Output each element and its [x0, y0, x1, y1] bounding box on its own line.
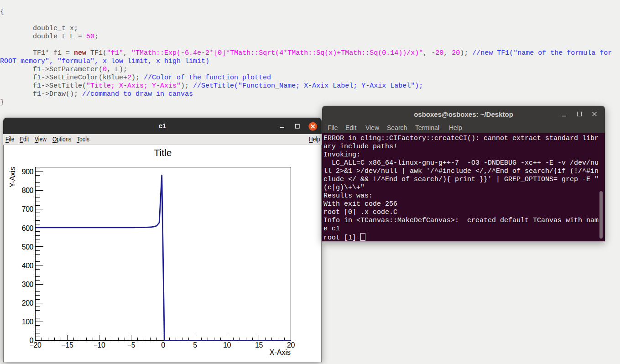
svg-text:−10: −10 [94, 341, 105, 349]
svg-text:100: 100 [22, 318, 34, 326]
svg-text:−5: −5 [127, 341, 135, 349]
svg-text:700: 700 [22, 205, 34, 213]
svg-text:10: 10 [223, 341, 231, 349]
svg-text:200: 200 [22, 299, 34, 307]
svg-text:300: 300 [22, 281, 34, 288]
svg-text:5: 5 [193, 341, 197, 349]
svg-text:600: 600 [22, 224, 34, 232]
svg-text:0: 0 [161, 341, 165, 349]
svg-text:−20: −20 [30, 341, 42, 349]
svg-text:500: 500 [22, 243, 34, 251]
svg-text:Title: Title [154, 147, 172, 158]
svg-text:20: 20 [287, 341, 295, 349]
svg-text:Y-Axis: Y-Axis [9, 167, 16, 187]
svg-text:400: 400 [22, 262, 34, 270]
svg-text:900: 900 [22, 168, 34, 176]
svg-text:800: 800 [22, 187, 34, 194]
svg-text:X-Axis: X-Axis [270, 348, 291, 356]
svg-text:−15: −15 [62, 341, 73, 349]
svg-text:15: 15 [255, 341, 263, 349]
